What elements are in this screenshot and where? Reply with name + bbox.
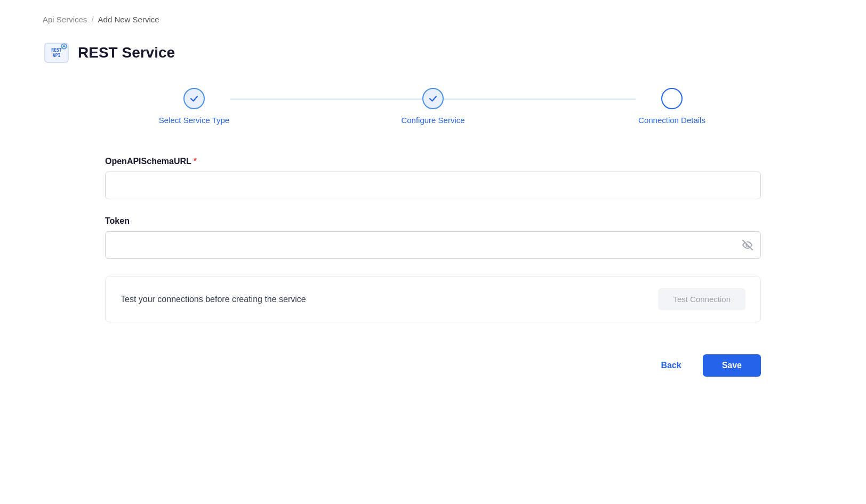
openapi-label: OpenAPISchemaURL * — [105, 157, 761, 166]
toggle-password-icon[interactable] — [742, 239, 753, 251]
openapi-field: OpenAPISchemaURL * — [105, 157, 761, 199]
page-header: REST API REST Service — [43, 39, 823, 67]
svg-text:REST: REST — [51, 48, 61, 53]
step-label-3: Connection Details — [638, 116, 705, 125]
step-label-2: Configure Service — [401, 116, 464, 125]
svg-text:API: API — [53, 53, 61, 58]
token-field: Token — [105, 216, 761, 259]
step-configure-service: Configure Service — [314, 88, 552, 125]
stepper: Select Service Type Configure Service Co… — [43, 88, 823, 125]
form-section: OpenAPISchemaURL * Token Test your conne… — [105, 157, 761, 377]
step-label-1: Select Service Type — [159, 116, 229, 125]
step-select-service-type: Select Service Type — [75, 88, 314, 125]
breadcrumb-current: Add New Service — [98, 15, 159, 24]
breadcrumb-parent[interactable]: Api Services — [43, 15, 87, 24]
token-label: Token — [105, 216, 761, 226]
token-input-wrapper — [105, 231, 761, 259]
breadcrumb-separator: / — [91, 15, 93, 24]
openapi-label-text: OpenAPISchemaURL — [105, 157, 191, 166]
test-connection-box: Test your connections before creating th… — [105, 276, 761, 322]
openapi-required-star: * — [194, 157, 197, 166]
step-connection-details: Connection Details — [552, 88, 791, 125]
test-connection-description: Test your connections before creating th… — [121, 295, 306, 304]
step-circle-3 — [661, 88, 683, 109]
token-input[interactable] — [105, 231, 761, 259]
footer-actions: Back Save — [105, 354, 761, 377]
token-label-text: Token — [105, 216, 130, 226]
back-button[interactable]: Back — [650, 354, 692, 377]
breadcrumb: Api Services / Add New Service — [43, 15, 823, 24]
openapi-input[interactable] — [105, 172, 761, 199]
test-connection-button[interactable]: Test Connection — [658, 288, 745, 310]
step-circle-1 — [183, 88, 205, 109]
save-button[interactable]: Save — [703, 354, 761, 377]
step-circle-2 — [422, 88, 444, 109]
rest-api-icon: REST API — [43, 39, 70, 67]
svg-point-4 — [63, 45, 65, 47]
page-title: REST Service — [78, 44, 175, 61]
